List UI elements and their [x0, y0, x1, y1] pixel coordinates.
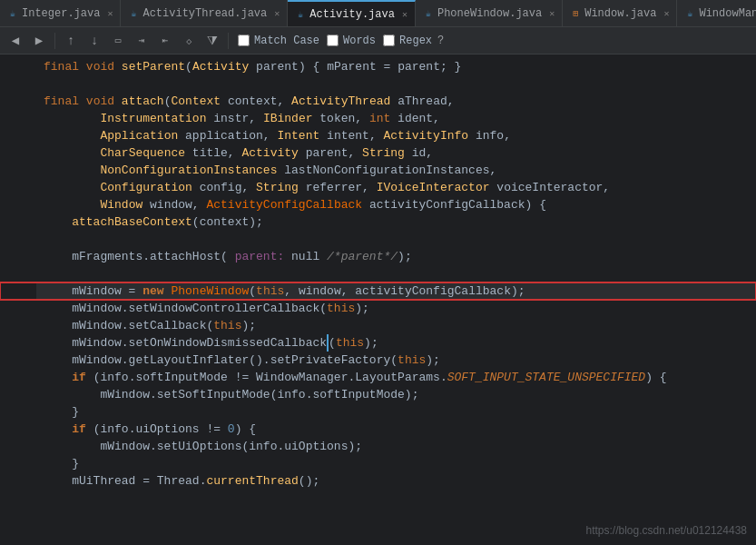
tab-integer[interactable]: ☕ Integer.java ✕	[0, 0, 121, 26]
funnel-button[interactable]: ⧩	[202, 31, 222, 51]
indent-button[interactable]: ⇥	[132, 31, 152, 51]
java-icon-6: ☕	[684, 8, 695, 19]
code-line-1: final void setParent(Activity parent) { …	[0, 58, 756, 75]
match-case-input[interactable]	[238, 35, 250, 46]
words-label: Words	[343, 35, 376, 47]
expand-button[interactable]: ▭	[108, 31, 128, 51]
toolbar: ◀ ▶ ↑ ↓ ▭ ⇥ ⇤ ⬦ ⧩ Match Case Words Regex…	[0, 27, 756, 54]
code-line-blank2	[0, 231, 756, 248]
java-icon-3: ☕	[295, 9, 306, 20]
separator-2	[228, 33, 229, 49]
java-icon-4: ☕	[423, 8, 434, 19]
close-icon-5[interactable]: ✕	[663, 8, 669, 19]
up-button[interactable]: ↑	[61, 31, 81, 51]
close-icon[interactable]: ✕	[107, 8, 113, 19]
tab-activitythread[interactable]: ☕ ActivityThread.java ✕	[121, 0, 288, 26]
code-line-setsoftinput: mWindow.setSoftInputMode(info.softInputM…	[0, 386, 756, 403]
code-line-window-param: Window window, ActivityConfigCallback ac…	[0, 196, 756, 213]
regex-input[interactable]	[383, 35, 395, 46]
separator-1	[54, 33, 55, 49]
code-line-mwindow-new: mWindow = new PhoneWindow(this, window, …	[0, 282, 756, 300]
java-icon: ☕	[7, 8, 18, 19]
code-line-attach: final void attach(Context context, Activ…	[0, 93, 756, 110]
watermark: https://blog.csdn.net/u012124438	[586, 524, 747, 537]
code-line-setuioptions: mWindow.setUiOptions(info.uiOptions);	[0, 438, 756, 455]
tab-activity[interactable]: ☕ Activity.java ✕	[288, 0, 416, 26]
tab-windowmanagerimpl-label: WindowManagerImpl.java	[699, 7, 756, 20]
code-editor[interactable]: final void setParent(Activity parent) { …	[0, 54, 756, 544]
close-icon-2[interactable]: ✕	[274, 8, 280, 19]
code-line-charseq: CharSequence title, Activity parent, Str…	[0, 144, 756, 162]
filter-button[interactable]: ⬦	[179, 31, 199, 51]
code-line-close-brace2: }	[0, 455, 756, 472]
code-line-close-brace1: }	[0, 403, 756, 421]
code-line-mfragments: mFragments.attachHost( parent: null /*pa…	[0, 248, 756, 265]
forward-button[interactable]: ▶	[29, 31, 49, 51]
java-icon-5: ⊞	[570, 8, 581, 19]
close-icon-3[interactable]: ✕	[402, 9, 407, 20]
regex-label: Regex	[399, 35, 432, 47]
code-line-setcallback: mWindow.setCallback(this);	[0, 317, 756, 334]
words-input[interactable]	[327, 35, 339, 46]
code-line-muitthread: mUiThread = Thread.currentThread();	[0, 472, 756, 490]
back-button[interactable]: ◀	[5, 31, 25, 51]
code-line-setwindow: mWindow.setWindowControllerCallback(this…	[0, 300, 756, 317]
tab-integer-label: Integer.java	[22, 7, 100, 20]
tab-bar: ☕ Integer.java ✕ ☕ ActivityThread.java ✕…	[0, 0, 756, 27]
match-case-checkbox[interactable]: Match Case	[238, 35, 319, 47]
tab-window-label: Window.java	[584, 7, 656, 20]
code-line-if-softinput: if (info.softInputMode != WindowManager.…	[0, 369, 756, 386]
tab-activity-label: Activity.java	[309, 8, 395, 21]
tab-activitythread-label: ActivityThread.java	[142, 7, 267, 20]
code-line-if-uioptions: if (info.uiOptions != 0) {	[0, 421, 756, 438]
code-line-app: Application application, Intent intent, …	[0, 127, 756, 144]
code-line-blank3	[0, 265, 756, 282]
code-line-getlayout: mWindow.getLayoutInflater().setPrivateFa…	[0, 352, 756, 369]
code-line-instr: Instrumentation instr, IBinder token, in…	[0, 110, 756, 127]
tab-phonewindow[interactable]: ☕ PhoneWindow.java ✕	[416, 0, 563, 26]
indent2-button[interactable]: ⇤	[155, 31, 175, 51]
close-icon-4[interactable]: ✕	[549, 8, 555, 19]
down-button[interactable]: ↓	[84, 31, 104, 51]
words-checkbox[interactable]: Words	[327, 35, 376, 47]
tab-windowmanagerimpl[interactable]: ☕ WindowManagerImpl.java ✕	[677, 0, 756, 26]
code-line-setondismissed: mWindow.setOnWindowDismissedCallback (th…	[0, 334, 756, 352]
code-line-attachbase: attachBaseContext(context);	[0, 213, 756, 231]
tab-phonewindow-label: PhoneWindow.java	[437, 7, 542, 20]
match-case-label: Match Case	[254, 35, 319, 47]
help-button[interactable]: ?	[437, 35, 444, 47]
regex-checkbox[interactable]: Regex	[383, 35, 432, 47]
java-icon-2: ☕	[128, 8, 139, 19]
code-line-blank1	[0, 75, 756, 93]
code-line-nonconfig: NonConfigurationInstances lastNonConfigu…	[0, 162, 756, 179]
tab-window[interactable]: ⊞ Window.java ✕	[563, 0, 677, 26]
code-line-config: Configuration config, String referrer, I…	[0, 179, 756, 196]
